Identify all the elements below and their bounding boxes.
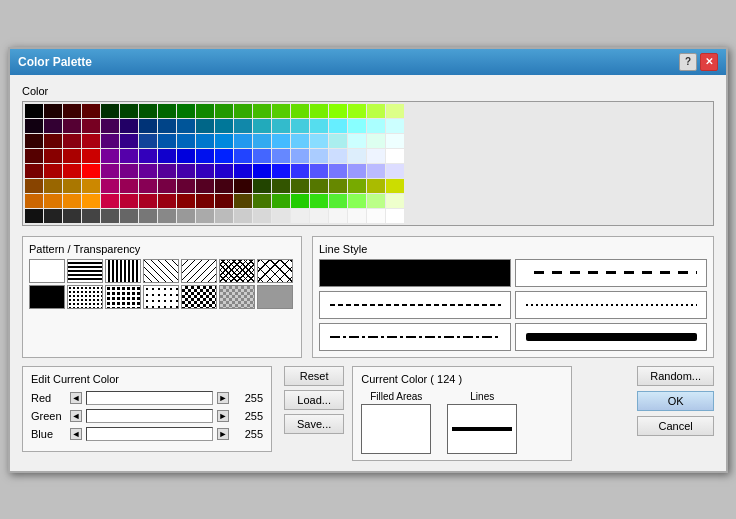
color-cell[interactable] (101, 119, 119, 133)
pattern-cell[interactable] (143, 285, 179, 309)
pattern-cell[interactable] (181, 259, 217, 283)
color-cell[interactable] (82, 149, 100, 163)
color-cell[interactable] (82, 104, 100, 118)
color-cell[interactable] (329, 149, 347, 163)
color-cell[interactable] (158, 149, 176, 163)
color-cell[interactable] (139, 119, 157, 133)
color-cell[interactable] (158, 209, 176, 223)
color-cell[interactable] (120, 134, 138, 148)
color-cell[interactable] (253, 179, 271, 193)
line-style-cell-dotted[interactable] (515, 291, 707, 319)
color-cell[interactable] (234, 164, 252, 178)
color-cell[interactable] (82, 164, 100, 178)
pattern-cell[interactable] (105, 259, 141, 283)
color-cell[interactable] (25, 104, 43, 118)
color-cell[interactable] (386, 119, 404, 133)
color-cell[interactable] (25, 209, 43, 223)
color-cell[interactable] (329, 209, 347, 223)
color-cell[interactable] (44, 104, 62, 118)
color-cell[interactable] (329, 164, 347, 178)
color-cell[interactable] (63, 149, 81, 163)
pattern-cell[interactable] (143, 259, 179, 283)
color-cell[interactable] (63, 164, 81, 178)
color-cell[interactable] (253, 164, 271, 178)
color-cell[interactable] (291, 149, 309, 163)
color-cell[interactable] (386, 194, 404, 208)
color-cell[interactable] (63, 134, 81, 148)
color-cell[interactable] (177, 209, 195, 223)
ok-button[interactable]: OK (637, 391, 714, 411)
color-cell[interactable] (139, 209, 157, 223)
color-cell[interactable] (272, 164, 290, 178)
color-cell[interactable] (177, 149, 195, 163)
color-cell[interactable] (310, 149, 328, 163)
color-cell[interactable] (348, 194, 366, 208)
help-button[interactable]: ? (679, 53, 697, 71)
color-cell[interactable] (120, 164, 138, 178)
color-cell[interactable] (158, 179, 176, 193)
color-cell[interactable] (120, 194, 138, 208)
color-cell[interactable] (386, 179, 404, 193)
color-cell[interactable] (25, 149, 43, 163)
color-cell[interactable] (310, 194, 328, 208)
color-cell[interactable] (82, 194, 100, 208)
color-cell[interactable] (291, 134, 309, 148)
color-cell[interactable] (310, 209, 328, 223)
color-cell[interactable] (253, 104, 271, 118)
color-cell[interactable] (234, 194, 252, 208)
color-cell[interactable] (272, 194, 290, 208)
color-cell[interactable] (215, 104, 233, 118)
color-cell[interactable] (215, 149, 233, 163)
color-cell[interactable] (348, 149, 366, 163)
color-cell[interactable] (329, 134, 347, 148)
color-cell[interactable] (120, 209, 138, 223)
color-cell[interactable] (25, 164, 43, 178)
color-cell[interactable] (63, 194, 81, 208)
color-cell[interactable] (310, 179, 328, 193)
color-cell[interactable] (367, 209, 385, 223)
blue-right-arrow[interactable]: ► (217, 428, 229, 440)
green-right-arrow[interactable]: ► (217, 410, 229, 422)
color-cell[interactable] (63, 104, 81, 118)
close-button[interactable]: ✕ (700, 53, 718, 71)
color-cell[interactable] (215, 134, 233, 148)
color-cell[interactable] (44, 194, 62, 208)
color-cell[interactable] (386, 164, 404, 178)
line-style-cell-thick-solid[interactable] (515, 323, 707, 351)
color-cell[interactable] (272, 119, 290, 133)
color-cell[interactable] (234, 119, 252, 133)
color-cell[interactable] (253, 119, 271, 133)
color-cell[interactable] (253, 134, 271, 148)
color-cell[interactable] (82, 179, 100, 193)
color-cell[interactable] (158, 164, 176, 178)
color-cell[interactable] (101, 164, 119, 178)
color-cell[interactable] (196, 164, 214, 178)
color-cell[interactable] (234, 209, 252, 223)
color-cell[interactable] (139, 194, 157, 208)
color-cell[interactable] (386, 134, 404, 148)
color-cell[interactable] (196, 134, 214, 148)
color-cell[interactable] (386, 209, 404, 223)
color-cell[interactable] (329, 119, 347, 133)
color-cell[interactable] (310, 164, 328, 178)
color-cell[interactable] (44, 149, 62, 163)
red-left-arrow[interactable]: ◄ (70, 392, 82, 404)
color-cell[interactable] (215, 119, 233, 133)
color-cell[interactable] (82, 119, 100, 133)
color-cell[interactable] (196, 149, 214, 163)
color-cell[interactable] (234, 104, 252, 118)
color-cell[interactable] (291, 179, 309, 193)
load-button[interactable]: Load... (284, 390, 344, 410)
color-cell[interactable] (101, 149, 119, 163)
color-cell[interactable] (25, 179, 43, 193)
color-cell[interactable] (291, 104, 309, 118)
color-cell[interactable] (25, 119, 43, 133)
color-cell[interactable] (101, 104, 119, 118)
color-cell[interactable] (348, 104, 366, 118)
color-cell[interactable] (367, 149, 385, 163)
color-cell[interactable] (215, 209, 233, 223)
color-cell[interactable] (63, 119, 81, 133)
color-cell[interactable] (291, 209, 309, 223)
pattern-cell[interactable] (29, 285, 65, 309)
color-cell[interactable] (329, 104, 347, 118)
